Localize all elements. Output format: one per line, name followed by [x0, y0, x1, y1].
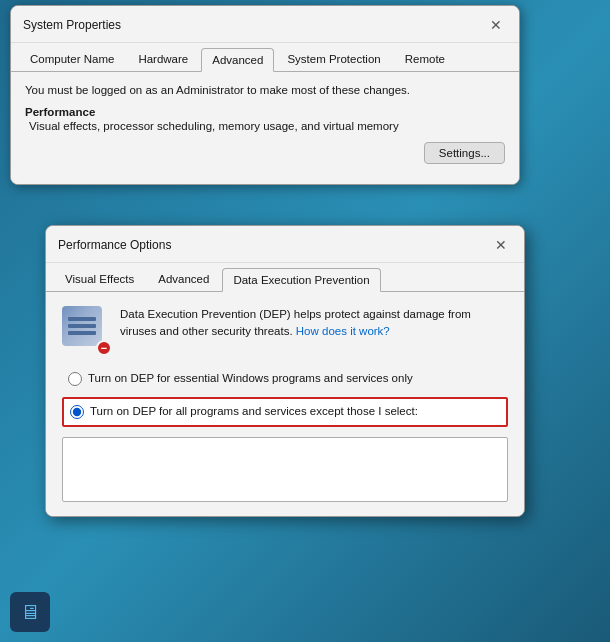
dep-radio-essential[interactable]: [68, 372, 82, 386]
dep-radio-essential-label: Turn on DEP for essential Windows progra…: [88, 370, 413, 387]
dep-radio-group: Turn on DEP for essential Windows progra…: [62, 366, 508, 427]
dep-icon-line-3: [68, 331, 96, 335]
sys-props-tabs-bar: Computer Name Hardware Advanced System P…: [11, 43, 519, 72]
tab-system-protection[interactable]: System Protection: [276, 47, 391, 71]
sys-props-body: You must be logged on as an Administrato…: [11, 72, 519, 184]
perf-options-close-button[interactable]: ✕: [490, 234, 512, 256]
sys-props-close-button[interactable]: ✕: [485, 14, 507, 36]
dep-description: Data Execution Prevention (DEP) helps pr…: [120, 306, 508, 341]
dep-icon-container: −: [62, 306, 108, 352]
dep-exceptions-list[interactable]: [62, 437, 508, 502]
tab-computer-name[interactable]: Computer Name: [19, 47, 125, 71]
dep-radio-all[interactable]: [70, 405, 84, 419]
dep-how-link[interactable]: How does it work?: [296, 325, 390, 337]
tab-advanced[interactable]: Advanced: [201, 48, 274, 72]
dep-icon-lines: [68, 317, 96, 335]
perf-tab-advanced[interactable]: Advanced: [147, 267, 220, 291]
sys-props-titlebar: System Properties ✕: [11, 6, 519, 43]
perf-options-titlebar: Performance Options ✕: [46, 226, 524, 263]
monitor-icon: 🖥: [20, 601, 40, 624]
system-properties-window: System Properties ✕ Computer Name Hardwa…: [10, 5, 520, 185]
taskbar-monitor-icon[interactable]: 🖥: [10, 592, 50, 632]
perf-options-body: − Data Execution Prevention (DEP) helps …: [46, 292, 524, 516]
performance-label: Performance: [25, 106, 505, 118]
dep-header: − Data Execution Prevention (DEP) helps …: [62, 306, 508, 352]
settings-row: Settings...: [25, 138, 505, 172]
dep-radio-all-option[interactable]: Turn on DEP for all programs and service…: [62, 397, 508, 426]
dep-icon-graphic: [62, 306, 102, 346]
tab-hardware[interactable]: Hardware: [127, 47, 199, 71]
dep-icon-line-1: [68, 317, 96, 321]
dep-warning-badge: −: [96, 340, 112, 356]
dep-icon-line-2: [68, 324, 96, 328]
sys-props-title: System Properties: [23, 18, 121, 32]
perf-options-title: Performance Options: [58, 238, 171, 252]
perf-tab-visual-effects[interactable]: Visual Effects: [54, 267, 145, 291]
tab-remote[interactable]: Remote: [394, 47, 456, 71]
perf-tab-dep[interactable]: Data Execution Prevention: [222, 268, 380, 292]
performance-settings-button[interactable]: Settings...: [424, 142, 505, 164]
performance-desc: Visual effects, processor scheduling, me…: [25, 120, 505, 132]
perf-options-tabs-bar: Visual Effects Advanced Data Execution P…: [46, 263, 524, 292]
admin-note: You must be logged on as an Administrato…: [25, 84, 505, 96]
dep-radio-essential-option[interactable]: Turn on DEP for essential Windows progra…: [62, 366, 508, 391]
performance-options-window: Performance Options ✕ Visual Effects Adv…: [45, 225, 525, 517]
dep-radio-all-label: Turn on DEP for all programs and service…: [90, 403, 418, 420]
